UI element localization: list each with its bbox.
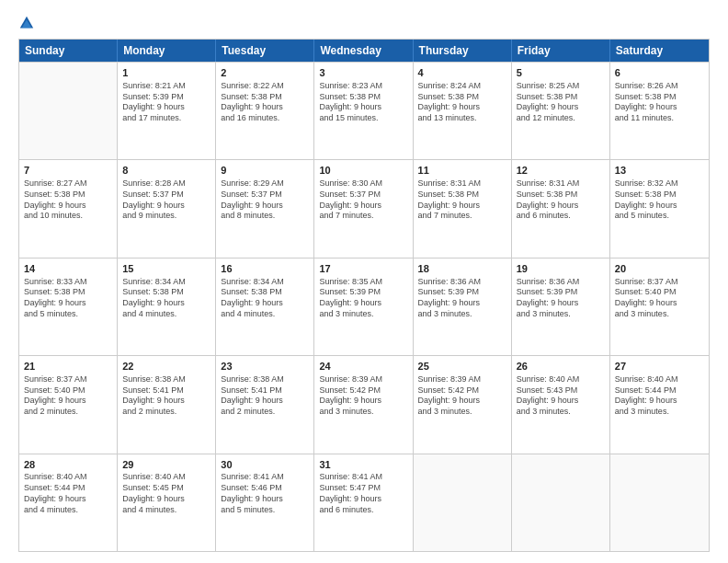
- day-number: 14: [24, 262, 112, 276]
- day-cell-7: 7Sunrise: 8:27 AMSunset: 5:38 PMDaylight…: [19, 160, 118, 257]
- cell-info-line: and 11 minutes.: [615, 113, 704, 124]
- cell-info-line: Sunset: 5:38 PM: [615, 190, 704, 201]
- page: SundayMondayTuesdayWednesdayThursdayFrid…: [0, 0, 728, 563]
- cell-info-line: Sunset: 5:39 PM: [517, 287, 605, 298]
- weekday-header-thursday: Thursday: [414, 40, 512, 62]
- cell-info-line: Sunset: 5:38 PM: [517, 190, 605, 201]
- cell-info-line: Daylight: 9 hours: [517, 298, 605, 309]
- cell-info-line: Sunrise: 8:41 AM: [319, 472, 407, 483]
- day-cell-14: 14Sunrise: 8:33 AMSunset: 5:38 PMDayligh…: [19, 259, 118, 355]
- cell-info-line: Sunrise: 8:37 AM: [615, 277, 704, 288]
- cell-info-line: Daylight: 9 hours: [122, 102, 210, 113]
- cell-info-line: and 5 minutes.: [615, 211, 704, 222]
- cell-info-line: Sunset: 5:43 PM: [517, 385, 605, 396]
- cell-info-line: and 8 minutes.: [221, 211, 309, 222]
- day-cell-27: 27Sunrise: 8:40 AMSunset: 5:44 PMDayligh…: [610, 356, 709, 453]
- cell-info-line: Daylight: 9 hours: [221, 102, 309, 113]
- cell-info-line: Daylight: 9 hours: [517, 201, 605, 212]
- cell-info-line: Daylight: 9 hours: [24, 298, 112, 309]
- cell-info-line: Sunset: 5:38 PM: [24, 287, 112, 298]
- day-cell-19: 19Sunrise: 8:36 AMSunset: 5:39 PMDayligh…: [512, 259, 610, 355]
- cell-info-line: and 4 minutes.: [24, 505, 112, 516]
- cell-info-line: Sunrise: 8:22 AM: [221, 81, 309, 92]
- cell-info-line: Daylight: 9 hours: [24, 396, 112, 407]
- cell-info-line: Daylight: 9 hours: [418, 298, 506, 309]
- cell-info-line: Daylight: 9 hours: [418, 201, 506, 212]
- day-cell-22: 22Sunrise: 8:38 AMSunset: 5:41 PMDayligh…: [118, 356, 216, 453]
- day-cell-12: 12Sunrise: 8:31 AMSunset: 5:38 PMDayligh…: [512, 160, 610, 257]
- day-number: 1: [122, 66, 210, 80]
- day-cell-20: 20Sunrise: 8:37 AMSunset: 5:40 PMDayligh…: [610, 259, 709, 355]
- cell-info-line: Sunrise: 8:21 AM: [122, 81, 210, 92]
- day-number: 22: [122, 360, 210, 373]
- day-number: 28: [24, 458, 112, 472]
- day-number: 10: [319, 164, 407, 178]
- cell-info-line: Daylight: 9 hours: [615, 201, 704, 212]
- cell-info-line: Sunrise: 8:41 AM: [221, 472, 309, 483]
- day-cell-15: 15Sunrise: 8:34 AMSunset: 5:38 PMDayligh…: [118, 259, 216, 355]
- logo: [18, 15, 39, 31]
- calendar: SundayMondayTuesdayWednesdayThursdayFrid…: [18, 39, 710, 552]
- cell-info-line: Sunrise: 8:30 AM: [319, 178, 407, 190]
- day-cell-empty-4-4: [414, 454, 512, 551]
- cell-info-line: Sunset: 5:45 PM: [122, 483, 210, 494]
- calendar-body: 1Sunrise: 8:21 AMSunset: 5:39 PMDaylight…: [19, 62, 709, 551]
- day-number: 11: [418, 164, 506, 178]
- cell-info-line: Daylight: 9 hours: [122, 494, 210, 505]
- cell-info-line: Daylight: 9 hours: [319, 201, 407, 212]
- day-number: 23: [221, 360, 309, 373]
- day-number: 17: [319, 262, 407, 276]
- day-number: 26: [517, 360, 605, 373]
- weekday-header-monday: Monday: [118, 40, 216, 62]
- cell-info-line: Daylight: 9 hours: [24, 494, 112, 505]
- day-number: 31: [319, 458, 407, 472]
- cell-info-line: Daylight: 9 hours: [221, 494, 309, 505]
- cell-info-line: Daylight: 9 hours: [221, 396, 309, 407]
- day-cell-6: 6Sunrise: 8:26 AMSunset: 5:38 PMDaylight…: [610, 63, 709, 159]
- day-cell-11: 11Sunrise: 8:31 AMSunset: 5:38 PMDayligh…: [414, 160, 512, 257]
- day-number: 30: [221, 458, 309, 472]
- day-cell-10: 10Sunrise: 8:30 AMSunset: 5:37 PMDayligh…: [314, 160, 413, 257]
- cell-info-line: Daylight: 9 hours: [615, 396, 704, 407]
- cell-info-line: Daylight: 9 hours: [319, 102, 407, 113]
- cell-info-line: Sunrise: 8:31 AM: [517, 178, 605, 190]
- cell-info-line: Sunset: 5:38 PM: [418, 92, 506, 103]
- cell-info-line: and 12 minutes.: [517, 113, 605, 124]
- day-number: 24: [319, 360, 407, 373]
- day-number: 27: [615, 360, 704, 373]
- cell-info-line: Daylight: 9 hours: [615, 298, 704, 309]
- cell-info-line: Sunrise: 8:25 AM: [517, 81, 605, 92]
- weekday-header-saturday: Saturday: [610, 40, 709, 62]
- cell-info-line: Daylight: 9 hours: [221, 201, 309, 212]
- cell-info-line: Sunrise: 8:32 AM: [615, 178, 704, 190]
- cell-info-line: Sunrise: 8:35 AM: [319, 277, 407, 288]
- header: [18, 15, 710, 31]
- cell-info-line: Sunset: 5:41 PM: [122, 385, 210, 396]
- cell-info-line: and 4 minutes.: [122, 505, 210, 516]
- calendar-header-row: SundayMondayTuesdayWednesdayThursdayFrid…: [19, 40, 709, 62]
- cell-info-line: Sunrise: 8:33 AM: [24, 277, 112, 288]
- cell-info-line: Sunrise: 8:29 AM: [221, 178, 309, 190]
- weekday-header-friday: Friday: [512, 40, 610, 62]
- day-cell-2: 2Sunrise: 8:22 AMSunset: 5:38 PMDaylight…: [216, 63, 314, 159]
- cell-info-line: Sunset: 5:38 PM: [319, 92, 407, 103]
- day-cell-9: 9Sunrise: 8:29 AMSunset: 5:37 PMDaylight…: [216, 160, 314, 257]
- day-number: 12: [517, 164, 605, 178]
- cell-info-line: Sunset: 5:38 PM: [221, 92, 309, 103]
- cell-info-line: Sunrise: 8:26 AM: [615, 81, 704, 92]
- day-number: 2: [221, 66, 309, 80]
- day-cell-empty-4-5: [512, 454, 610, 551]
- cell-info-line: Sunset: 5:44 PM: [24, 483, 112, 494]
- cell-info-line: Sunset: 5:38 PM: [418, 190, 506, 201]
- cell-info-line: and 3 minutes.: [319, 407, 407, 418]
- cell-info-line: and 9 minutes.: [122, 211, 210, 222]
- cell-info-line: and 2 minutes.: [221, 407, 309, 418]
- cell-info-line: Sunrise: 8:37 AM: [24, 374, 112, 385]
- day-cell-3: 3Sunrise: 8:23 AMSunset: 5:38 PMDaylight…: [314, 63, 413, 159]
- cell-info-line: Sunrise: 8:36 AM: [517, 277, 605, 288]
- logo-icon: [18, 15, 35, 31]
- cell-info-line: Sunrise: 8:38 AM: [221, 374, 309, 385]
- cell-info-line: and 7 minutes.: [418, 211, 506, 222]
- cell-info-line: and 3 minutes.: [418, 309, 506, 320]
- cell-info-line: Sunrise: 8:27 AM: [24, 178, 112, 190]
